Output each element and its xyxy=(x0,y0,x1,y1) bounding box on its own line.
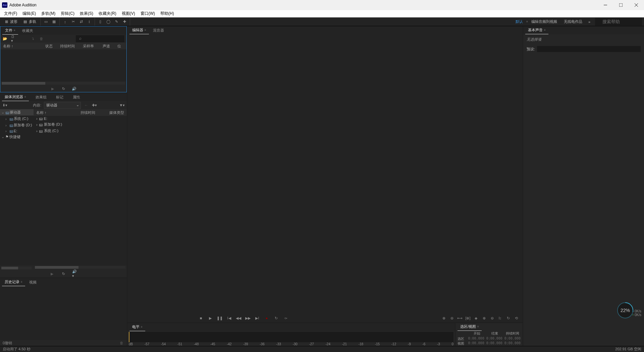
tab-files[interactable]: 文件≡ xyxy=(2,27,18,35)
spectral-toggle-button[interactable]: ▦ xyxy=(51,19,57,25)
tree-drive-e[interactable]: ›🖴E: xyxy=(0,128,34,134)
media-col-headers[interactable]: 名称 ↑ 持续时间 媒体类型 xyxy=(34,109,127,116)
tab-properties[interactable]: 属性 xyxy=(70,93,83,101)
zoom-out-full-button[interactable]: ⟷ xyxy=(457,315,463,321)
move-tool-button[interactable]: ↕ xyxy=(62,19,68,25)
levels-meter[interactable] xyxy=(129,332,453,342)
tab-editor[interactable]: 编辑器≡ xyxy=(129,26,149,34)
loop-button[interactable]: ↻ xyxy=(273,315,279,321)
list-item[interactable]: ›🖴新加卷 (D:) xyxy=(34,121,127,128)
menu-effects[interactable]: 效果(S) xyxy=(77,10,96,17)
marquee-tool-button[interactable]: ▯ xyxy=(98,19,103,25)
tab-mixer[interactable]: 混音器 xyxy=(150,27,167,34)
razor-tool-button[interactable]: ✂ xyxy=(70,19,76,25)
workspace-default[interactable]: 默认 xyxy=(512,19,526,24)
maximize-button[interactable] xyxy=(613,0,629,10)
refresh-button[interactable]: ↻ xyxy=(505,315,511,321)
sel-start[interactable]: 0:00.000 xyxy=(468,337,484,341)
sel-dur[interactable]: 0:00.000 xyxy=(504,337,521,341)
tab-essential-sound[interactable]: 基本声音≡ xyxy=(525,26,548,34)
play-preview-button[interactable]: ▶ xyxy=(50,86,55,91)
tab-media-browser[interactable]: 媒体浏览器≡ xyxy=(2,93,29,101)
tab-history-menu-icon[interactable]: ≡ xyxy=(21,280,22,283)
reset-zoom-vert-button[interactable]: I↕ xyxy=(497,315,503,321)
zoom-out-horizontal-button[interactable]: ⊖ xyxy=(449,315,455,321)
files-list[interactable] xyxy=(0,49,126,81)
open-file-button[interactable]: 📂 xyxy=(2,36,8,41)
col-duration[interactable]: 持续时间 xyxy=(60,44,83,49)
view-dur[interactable]: 0:00.000 xyxy=(504,341,521,346)
minimize-button[interactable] xyxy=(598,0,613,10)
tab-editor-menu-icon[interactable]: ≡ xyxy=(145,29,146,32)
menu-clip[interactable]: 剪辑(C) xyxy=(58,10,77,17)
rewind-button[interactable]: ◀◀ xyxy=(235,315,241,321)
media-col-name[interactable]: 名称 ↑ xyxy=(36,110,80,115)
menu-multitrack[interactable]: 多轨(M) xyxy=(39,10,58,17)
view-start[interactable]: 0:00.000 xyxy=(468,341,484,346)
tab-media-menu-icon[interactable]: ≡ xyxy=(24,95,26,98)
slip-tool-button[interactable]: ⇄ xyxy=(78,19,84,25)
media-loop-button[interactable]: ↻ xyxy=(61,271,66,276)
preset-select[interactable] xyxy=(537,46,641,52)
heal-tool-button[interactable]: ✚ xyxy=(122,19,127,25)
tab-selection-view[interactable]: 选区/视图≡ xyxy=(458,323,482,331)
brush-tool-button[interactable]: ✎ xyxy=(114,19,119,25)
drive-select[interactable]: 驱动器⌄ xyxy=(44,102,81,109)
files-search-input[interactable] xyxy=(76,35,124,42)
menu-file[interactable]: 文件(F) xyxy=(1,10,20,17)
to-end-button[interactable]: ▶I xyxy=(254,315,260,321)
loop-preview-button[interactable]: ↻ xyxy=(61,86,66,91)
menu-window[interactable]: 窗口(W) xyxy=(138,10,158,17)
media-col-type[interactable]: 媒体类型 xyxy=(107,110,124,115)
menu-edit[interactable]: 编辑(E) xyxy=(20,10,39,17)
tree-drive-c[interactable]: ›🖴系统 (C:) xyxy=(0,116,34,122)
help-search-input[interactable] xyxy=(595,18,642,26)
col-channels[interactable]: 声道 xyxy=(103,44,117,49)
zoom-in-vertical-button[interactable]: ⊕ xyxy=(481,315,487,321)
tab-files-menu-icon[interactable]: ≡ xyxy=(14,29,15,32)
tree-drive-d[interactable]: ›🖴新加卷 (D:) xyxy=(0,122,34,128)
list-item[interactable]: ›🖴E: xyxy=(34,116,127,121)
media-play-button[interactable]: ▶ xyxy=(49,271,55,276)
tab-video[interactable]: 视频 xyxy=(26,278,39,286)
zoom-reset-button[interactable]: ⟲ xyxy=(513,315,519,321)
zoom-in-horizontal-button[interactable]: ⊕ xyxy=(441,315,447,321)
menu-view[interactable]: 视图(V) xyxy=(119,10,138,17)
new-file-button[interactable]: 🗋▾ xyxy=(11,36,16,41)
col-name[interactable]: 名称 ↑ xyxy=(3,44,45,49)
col-status[interactable]: 状态 xyxy=(45,44,60,49)
tree-drives-root[interactable]: ⌄🖴驱动器 xyxy=(0,109,34,116)
workspace-edit-video[interactable]: 编辑音频到视频 xyxy=(528,19,560,24)
workspace-radio[interactable]: 无线电作品 xyxy=(560,19,586,24)
sel-end[interactable]: 0:00.000 xyxy=(486,337,502,341)
pause-button[interactable]: ❚❚ xyxy=(217,315,223,321)
import-button[interactable]: ⬇▾ xyxy=(2,102,7,108)
tree-scrollbar[interactable] xyxy=(1,267,32,269)
filter-button[interactable]: ▼▾ xyxy=(119,102,125,108)
workspace-more-button[interactable]: » xyxy=(586,20,593,24)
media-col-duration[interactable]: 持续时间 xyxy=(80,110,107,115)
tab-history[interactable]: 历史记录≡ xyxy=(2,278,25,286)
forward-button[interactable]: ✚▾ xyxy=(92,102,97,108)
multitrack-view-button[interactable]: ▤ 多轨 xyxy=(21,18,38,25)
view-end[interactable]: 0:00.000 xyxy=(486,341,502,346)
col-bits[interactable]: 位 xyxy=(117,44,124,49)
selview-menu-icon[interactable]: ≡ xyxy=(477,325,479,328)
editor-canvas[interactable] xyxy=(127,34,523,314)
record-button[interactable]: ● xyxy=(264,315,270,321)
to-start-button[interactable]: I◀ xyxy=(226,315,232,321)
play-button[interactable]: ▶ xyxy=(207,315,213,321)
files-scrollbar[interactable] xyxy=(2,82,125,85)
list-item[interactable]: ›🖴系统 (C:) xyxy=(34,128,127,134)
zoom-in-point-button[interactable]: ◈ xyxy=(473,315,479,321)
history-list[interactable] xyxy=(0,286,127,340)
hud-toggle-button[interactable]: ▭ xyxy=(43,19,49,25)
close-button[interactable] xyxy=(629,0,644,10)
menu-help[interactable]: 帮助(H) xyxy=(158,10,177,17)
autoplay-button[interactable]: 🔊 xyxy=(71,86,77,91)
zoom-to-sel-button[interactable]: [⊕] xyxy=(465,315,471,321)
media-tree[interactable]: ⌄🖴驱动器 ›🖴系统 (C:) ›🖴新加卷 (D:) ›🖴E: ⌄⚑快捷键 xyxy=(0,109,34,265)
time-select-tool-button[interactable]: I xyxy=(87,19,92,25)
zoom-out-vertical-button[interactable]: ⊖ xyxy=(489,315,495,321)
menu-favorites[interactable]: 收藏夹(R) xyxy=(96,10,119,17)
